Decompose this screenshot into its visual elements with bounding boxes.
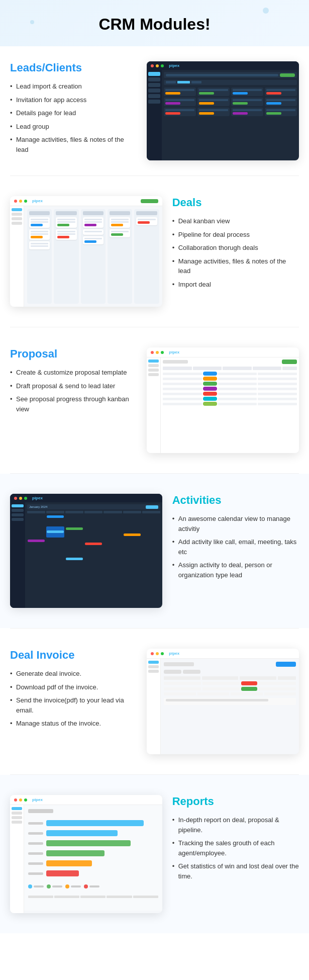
lead-card [164, 98, 196, 106]
card-line [31, 231, 48, 232]
table-row [163, 397, 297, 401]
deals-title: Deals [172, 196, 299, 209]
status-pill [203, 387, 217, 391]
card-line [84, 231, 102, 232]
leads-screenshot: pipex [147, 61, 299, 160]
table-row [163, 382, 297, 386]
sidebar-item [148, 72, 160, 76]
cal-cell [27, 539, 45, 550]
day-header [65, 511, 83, 513]
lead-card [164, 87, 196, 96]
deals-text: Deals Deal kanban view Pipeline for deal… [172, 196, 299, 293]
td [264, 692, 296, 695]
bar-green [46, 840, 131, 846]
invoice-text: Deal Invoice Generate deal invoice. Down… [10, 649, 137, 732]
close-dot [151, 652, 154, 655]
legend-item [84, 884, 99, 888]
th [193, 367, 222, 370]
legend-label [28, 896, 53, 898]
sidebar-item [12, 816, 22, 819]
card-line [84, 219, 102, 220]
td [164, 682, 201, 685]
close-dot [151, 64, 154, 67]
cal-week-4 [27, 551, 160, 562]
sidebar-item [12, 513, 24, 516]
card-row [199, 99, 228, 101]
close-dot [151, 351, 154, 354]
cal-cell [27, 514, 45, 525]
card-row [233, 99, 262, 101]
day-header [27, 511, 45, 513]
cal-cell [142, 551, 160, 562]
deals-feature-5: Import deal [172, 280, 299, 290]
report-bar-row [28, 870, 158, 876]
invoice-feature-1: Generate deal invoice. [10, 669, 137, 679]
invoice-title-bar [164, 662, 194, 666]
legend-text [34, 885, 44, 887]
card-amount [57, 224, 69, 226]
card-line [57, 233, 75, 235]
deals-section: Deals Deal kanban view Pipeline for deal… [0, 176, 309, 327]
cal-cell [46, 514, 64, 525]
td [258, 378, 297, 380]
card-badge [233, 112, 248, 115]
kanban-col-header [29, 211, 50, 215]
td [218, 373, 257, 375]
sidebar-item [148, 364, 159, 367]
td [163, 378, 202, 380]
invoice-features: Generate deal invoice. Download pdf of t… [10, 669, 137, 729]
table-row [163, 392, 297, 396]
invoice-body [147, 659, 299, 754]
event-bar [47, 515, 64, 518]
td [218, 383, 257, 385]
card-badge [233, 92, 248, 95]
reports-feature-1: In-depth report on deal, proposal & pipe… [172, 815, 299, 835]
card-line [84, 238, 102, 239]
leads-feature-5: Manage activities, files & notes of the … [10, 135, 137, 154]
cal-cell [123, 526, 141, 538]
brand-label: pipex [169, 651, 179, 656]
deals-feature-1: Deal kanban view [172, 216, 299, 226]
td [163, 403, 202, 405]
lead-card [265, 108, 297, 116]
add-btn [282, 360, 297, 364]
lead-card [265, 87, 297, 96]
filter-btn [164, 670, 181, 674]
brand-label: pipex [169, 350, 179, 354]
legend-label [80, 896, 106, 898]
card-line [31, 243, 48, 244]
cal-cell [104, 551, 122, 562]
activities-body: January 2024 [10, 502, 162, 608]
card-row [233, 89, 262, 91]
cal-week-3 [27, 539, 160, 550]
leads-section: Leads/Clients Lead import & creation Inv… [0, 46, 309, 175]
cal-cell [27, 526, 45, 538]
sidebar-item [12, 504, 24, 507]
reports-section: pipex [0, 775, 309, 933]
activities-feature-3: Assign activity to deal, person or organ… [172, 560, 299, 580]
proposal-topbar: pipex [147, 347, 299, 358]
td [163, 398, 202, 400]
sidebar-item [12, 213, 22, 216]
card-line [31, 221, 48, 223]
bar-orange [46, 860, 92, 866]
deals-screenshot: pipex [10, 196, 162, 307]
kanban-card [110, 229, 130, 237]
bar-label [28, 852, 43, 855]
card-line [111, 219, 129, 220]
invoice-table-header [164, 676, 296, 680]
card-badge [199, 92, 214, 95]
kanban-card [29, 241, 50, 249]
proposal-feature-2: Draft proposal & send to lead later [10, 381, 137, 391]
bar-red [46, 870, 79, 876]
activities-topbar: pipex [10, 494, 162, 502]
leads-feature-3: Details page for lead [10, 108, 137, 118]
card-line [84, 221, 102, 223]
td [163, 388, 202, 390]
title-crm: CRM [98, 15, 135, 33]
status-pill [203, 372, 217, 376]
kanban-col-2 [54, 209, 78, 304]
card-row [199, 89, 228, 91]
deals-features: Deal kanban view Pipeline for deal proce… [172, 216, 299, 289]
legend-dot [28, 884, 32, 888]
